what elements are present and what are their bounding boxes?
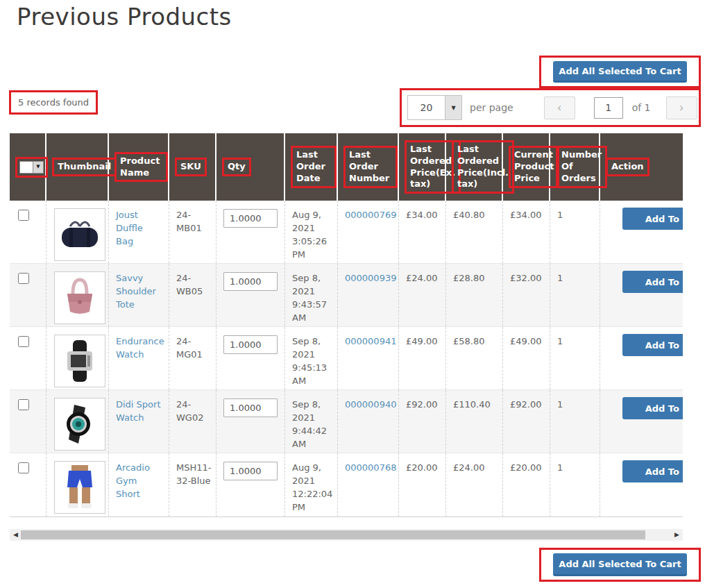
select-all-dropdown[interactable]: ▼ [19, 161, 44, 174]
last-price-ex-cell: £24.00 [399, 264, 446, 326]
last-order-number-cell: 000000768 [338, 453, 399, 516]
header-last-order-number: Last Order Number [338, 133, 399, 201]
product-link[interactable]: Joust Duffle Bag [116, 210, 143, 246]
last-order-number-cell: 000000941 [338, 327, 399, 389]
add-to-cart-button[interactable]: Add To Cart [622, 397, 683, 419]
last-price-ex-cell: £49.00 [399, 327, 446, 389]
scroll-left-icon[interactable]: ◀ [13, 530, 18, 540]
product-name-cell: Didi Sport Watch [109, 390, 169, 453]
num-orders-cell: 1 [550, 390, 600, 453]
last-order-date-cell: Aug 9, 2021 12:22:04 PM [285, 453, 338, 516]
product-name-cell: Arcadio Gym Short [109, 453, 169, 516]
order-link[interactable]: 000000768 [345, 462, 396, 473]
action-cell: Add To Cart [600, 264, 683, 326]
action-cell: Add To Cart [600, 390, 683, 453]
last-order-date-cell: Sep 8, 2021 9:43:57 AM [285, 264, 338, 326]
previous-products-page: Previous Products Add All Selected To Ca… [0, 0, 705, 588]
last-price-inc-cell: £24.00 [446, 453, 503, 516]
last-order-date-cell: Sep 8, 2021 9:45:13 AM [285, 327, 338, 389]
qty-cell [216, 453, 285, 516]
chevron-down-icon[interactable]: ▼ [33, 161, 44, 174]
sport-watch-image [54, 398, 105, 451]
sku-cell: MSH11-32-Blue [169, 453, 216, 516]
add-all-selected-top-button[interactable]: Add All Selected To Cart [553, 61, 687, 83]
num-orders-cell: 1 [550, 201, 600, 263]
horizontal-scrollbar[interactable]: ◀ ▶ [10, 529, 683, 541]
gym-short-image [54, 461, 105, 514]
header-thumbnail: Thumbnail [46, 133, 109, 201]
last-price-ex-cell: £20.00 [399, 453, 446, 516]
annotation-box-add-all-bottom: Add All Selected To Cart [539, 548, 701, 582]
table-row: Arcadio Gym Short MSH11-32-Blue Aug 9, 2… [10, 453, 683, 517]
row-checkbox[interactable] [18, 336, 29, 347]
qty-cell [216, 201, 285, 263]
qty-cell [216, 264, 285, 326]
row-checkbox-cell [10, 453, 46, 516]
order-link[interactable]: 000000939 [345, 273, 396, 283]
pager-toolbar: 20 ▼ per page ‹ of 1 › [400, 88, 701, 127]
sku-cell: 24-MB01 [169, 201, 216, 263]
qty-input[interactable] [223, 272, 278, 291]
row-checkbox[interactable] [18, 210, 29, 221]
current-price-cell: £92.00 [503, 390, 550, 453]
scrollbar-thumb[interactable] [21, 530, 645, 539]
duffle-bag-image [54, 208, 105, 261]
last-price-inc-cell: £58.80 [446, 327, 503, 389]
order-link[interactable]: 000000941 [345, 336, 396, 346]
select-all-checkbox[interactable] [19, 161, 33, 174]
table-row: Savvy Shoulder Tote 24-WB05 Sep 8, 2021 … [10, 264, 683, 327]
per-page-value: 20 [408, 96, 445, 119]
action-cell: Add To Cart [600, 327, 683, 389]
header-last-order-date: Last Order Date [285, 133, 338, 201]
select-all-header-cell: ▼ [10, 133, 46, 201]
annotation-box: ▼ [15, 157, 48, 178]
product-link[interactable]: Didi Sport Watch [116, 399, 161, 423]
qty-input[interactable] [223, 335, 278, 354]
per-page-select[interactable]: 20 ▼ [407, 95, 462, 120]
chevron-down-icon[interactable]: ▼ [445, 96, 461, 119]
product-link[interactable]: Endurance Watch [116, 336, 164, 360]
add-to-cart-button[interactable]: Add To Cart [622, 208, 683, 230]
current-price-cell: £49.00 [503, 327, 550, 389]
header-action: Action [600, 133, 683, 201]
product-name-cell: Joust Duffle Bag [109, 201, 169, 263]
annotation-box-add-all-top: Add All Selected To Cart [539, 56, 701, 88]
last-order-number-cell: 000000939 [338, 264, 399, 326]
thumbnail-cell [46, 264, 109, 326]
row-checkbox-cell [10, 264, 46, 326]
thumbnail-cell [46, 201, 109, 263]
num-orders-cell: 1 [550, 453, 600, 516]
row-checkbox[interactable] [18, 273, 29, 284]
current-price-cell: £34.00 [503, 201, 550, 263]
table-row: Endurance Watch 24-MG01 Sep 8, 2021 9:45… [10, 327, 683, 390]
row-checkbox[interactable] [18, 399, 29, 410]
endurance-watch-image [54, 335, 105, 387]
qty-cell [216, 390, 285, 453]
add-all-selected-bottom-button[interactable]: Add All Selected To Cart [553, 553, 687, 576]
previous-page-button[interactable]: ‹ [544, 96, 575, 119]
product-link[interactable]: Savvy Shoulder Tote [116, 273, 156, 310]
product-link[interactable]: Arcadio Gym Short [116, 462, 150, 499]
header-current-price: Current Product Price [503, 133, 550, 201]
order-link[interactable]: 000000769 [345, 210, 396, 220]
add-to-cart-button[interactable]: Add To Cart [622, 271, 683, 293]
row-checkbox[interactable] [18, 462, 29, 473]
last-price-inc-cell: £110.40 [446, 390, 503, 453]
table-row: Didi Sport Watch 24-WG02 Sep 8, 2021 9:4… [10, 390, 683, 453]
product-name-cell: Savvy Shoulder Tote [109, 264, 169, 326]
qty-input[interactable] [223, 398, 278, 417]
num-orders-cell: 1 [550, 264, 600, 326]
add-to-cart-button[interactable]: Add To Cart [622, 334, 683, 356]
page-number-input[interactable] [594, 97, 623, 119]
qty-input[interactable] [223, 209, 278, 228]
row-checkbox-cell [10, 327, 46, 389]
next-page-button[interactable]: › [666, 96, 697, 119]
thumbnail-cell [46, 390, 109, 453]
current-price-cell: £20.00 [503, 453, 550, 516]
scroll-right-icon[interactable]: ▶ [674, 530, 679, 540]
qty-input[interactable] [223, 462, 278, 480]
action-cell: Add To Cart [600, 201, 683, 263]
add-to-cart-button[interactable]: Add To Cart [622, 460, 683, 482]
order-link[interactable]: 000000940 [345, 399, 396, 410]
header-qty: Qty [216, 133, 285, 201]
